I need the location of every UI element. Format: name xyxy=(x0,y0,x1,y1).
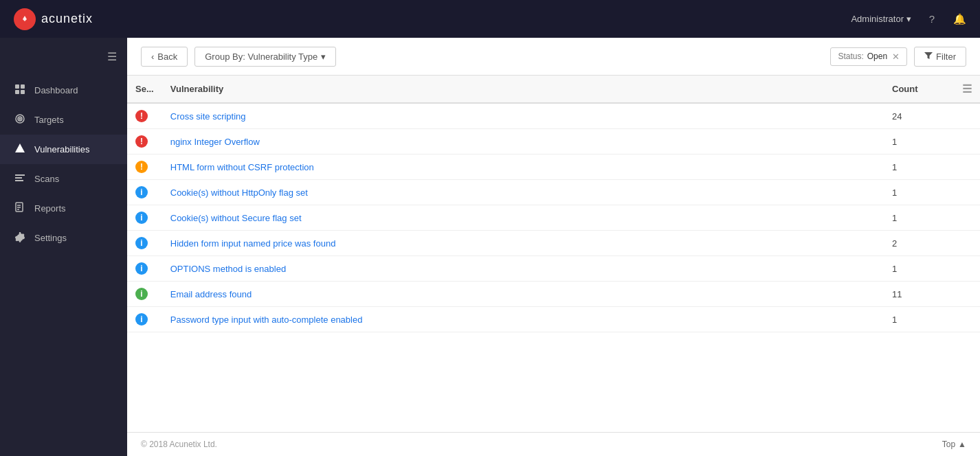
table-row[interactable]: i Cookie(s) without Secure flag set 1 xyxy=(127,205,980,231)
status-filter-badge: Status: Open ✕ xyxy=(830,47,907,66)
vulnerability-name-cell[interactable]: Cookie(s) without HttpOnly flag set xyxy=(162,180,884,205)
toolbar-left: ‹ Back Group By: Vulnerability Type ▾ xyxy=(141,47,336,67)
severity-icon: i xyxy=(135,313,148,326)
col-header-actions: ☰ xyxy=(953,76,980,103)
vulnerability-name-cell[interactable]: OPTIONS method is enabled xyxy=(162,256,884,282)
row-actions-cell xyxy=(953,282,980,307)
severity-icon: ! xyxy=(135,110,148,122)
svg-rect-12 xyxy=(15,180,23,181)
row-actions-cell xyxy=(953,180,980,205)
sidebar-item-label: Reports xyxy=(34,203,66,214)
row-actions-cell xyxy=(953,155,980,180)
logo-area: acunetix xyxy=(14,8,93,30)
notification-bell-icon[interactable]: 🔔 xyxy=(953,12,966,26)
copyright-text: © 2018 Acunetix Ltd. xyxy=(141,440,217,449)
sidebar-item-vulnerabilities[interactable]: Vulnerabilities xyxy=(0,135,127,164)
count-cell: 1 xyxy=(884,129,953,155)
sidebar-item-dashboard[interactable]: Dashboard xyxy=(0,76,127,105)
severity-icon: i xyxy=(135,262,148,275)
vulnerability-name-cell[interactable]: Cross site scripting xyxy=(162,103,884,129)
table-row[interactable]: ! Cross site scripting 24 xyxy=(127,103,980,129)
svg-rect-8 xyxy=(20,147,21,150)
sidebar-item-settings[interactable]: Settings xyxy=(0,223,127,253)
svg-rect-10 xyxy=(15,174,25,176)
col-header-severity: Se... xyxy=(127,76,162,103)
svg-point-9 xyxy=(19,150,21,152)
vulnerability-link[interactable]: OPTIONS method is enabled xyxy=(170,264,286,274)
svg-rect-3 xyxy=(21,90,25,94)
severity-cell: ! xyxy=(127,155,162,180)
sidebar-item-reports[interactable]: Reports xyxy=(0,194,127,223)
scroll-to-top-button[interactable]: Top ▲ xyxy=(942,440,966,449)
vulnerability-link[interactable]: HTML form without CSRF protection xyxy=(170,162,314,172)
table-row[interactable]: ! HTML form without CSRF protection 1 xyxy=(127,155,980,180)
count-cell: 24 xyxy=(884,103,953,129)
table-menu-icon[interactable]: ☰ xyxy=(962,83,972,95)
vulnerability-link[interactable]: Password type input with auto-complete e… xyxy=(170,315,363,325)
back-arrow-icon: ‹ xyxy=(151,52,154,62)
vulnerability-link[interactable]: Cross site scripting xyxy=(170,111,246,122)
group-by-button[interactable]: Group By: Vulnerability Type ▾ xyxy=(194,47,336,67)
svg-rect-1 xyxy=(21,84,25,89)
scans-icon xyxy=(14,172,26,185)
sidebar-item-label: Vulnerabilities xyxy=(34,144,89,155)
main-layout: ☰ Dashboard Targets xyxy=(0,38,980,456)
vulnerability-link[interactable]: nginx Integer Overflow xyxy=(170,137,260,147)
top-navigation: acunetix Administrator ▾ ? 🔔 xyxy=(0,0,980,38)
col-header-count[interactable]: Count xyxy=(884,76,953,103)
filter-button[interactable]: Filter xyxy=(914,47,966,67)
topnav-right: Administrator ▾ ? 🔔 xyxy=(851,12,966,26)
vulnerabilities-table: Se... Vulnerability Count ☰ xyxy=(127,76,980,332)
svg-point-6 xyxy=(19,118,21,119)
count-cell: 11 xyxy=(884,282,953,307)
sidebar-item-label: Scans xyxy=(34,174,59,184)
vulnerability-name-cell[interactable]: Cookie(s) without Secure flag set xyxy=(162,205,884,231)
status-filter-close-button[interactable]: ✕ xyxy=(892,52,900,62)
vulnerabilities-table-container[interactable]: Se... Vulnerability Count ☰ xyxy=(127,76,980,432)
severity-cell: i xyxy=(127,282,162,307)
vulnerability-link[interactable]: Email address found xyxy=(170,289,252,299)
table-row[interactable]: i Password type input with auto-complete… xyxy=(127,307,980,332)
vulnerability-name-cell[interactable]: Email address found xyxy=(162,282,884,307)
vulnerability-name-cell[interactable]: Password type input with auto-complete e… xyxy=(162,307,884,332)
severity-cell: i xyxy=(127,307,162,332)
severity-icon: ! xyxy=(135,161,148,173)
sidebar-item-scans[interactable]: Scans xyxy=(0,164,127,194)
severity-cell: i xyxy=(127,231,162,256)
table-row[interactable]: i Email address found 11 xyxy=(127,282,980,307)
vulnerability-name-cell[interactable]: nginx Integer Overflow xyxy=(162,129,884,155)
severity-cell: ! xyxy=(127,129,162,155)
vulnerability-name-cell[interactable]: Hidden form input named price was found xyxy=(162,231,884,256)
filter-icon xyxy=(924,52,933,62)
table-row[interactable]: i OPTIONS method is enabled 1 xyxy=(127,256,980,282)
count-cell: 1 xyxy=(884,307,953,332)
table-row[interactable]: ! nginx Integer Overflow 1 xyxy=(127,129,980,155)
row-actions-cell xyxy=(953,307,980,332)
severity-cell: i xyxy=(127,256,162,282)
logo-text: acunetix xyxy=(41,12,93,26)
severity-cell: i xyxy=(127,205,162,231)
sidebar-item-targets[interactable]: Targets xyxy=(0,105,127,135)
sidebar-item-label: Dashboard xyxy=(34,85,78,95)
back-button[interactable]: ‹ Back xyxy=(141,47,188,67)
admin-dropdown-button[interactable]: Administrator ▾ xyxy=(851,14,911,24)
sidebar-toggle-button[interactable]: ☰ xyxy=(0,45,127,69)
vulnerability-link[interactable]: Hidden form input named price was found xyxy=(170,238,336,249)
vulnerability-link[interactable]: Cookie(s) without HttpOnly flag set xyxy=(170,187,308,198)
vulnerability-name-cell[interactable]: HTML form without CSRF protection xyxy=(162,155,884,180)
table-row[interactable]: i Cookie(s) without HttpOnly flag set 1 xyxy=(127,180,980,205)
count-cell: 1 xyxy=(884,205,953,231)
row-actions-cell xyxy=(953,256,980,282)
help-icon[interactable]: ? xyxy=(925,12,939,26)
targets-icon xyxy=(14,113,26,126)
table-row[interactable]: i Hidden form input named price was foun… xyxy=(127,231,980,256)
settings-icon xyxy=(14,231,26,244)
dashboard-icon xyxy=(14,84,26,97)
severity-cell: ! xyxy=(127,103,162,129)
sidebar: ☰ Dashboard Targets xyxy=(0,38,127,456)
page-footer: © 2018 Acunetix Ltd. Top ▲ xyxy=(127,432,980,456)
sidebar-item-label: Targets xyxy=(34,115,64,125)
vulnerability-link[interactable]: Cookie(s) without Secure flag set xyxy=(170,213,302,223)
row-actions-cell xyxy=(953,103,980,129)
col-header-vulnerability[interactable]: Vulnerability xyxy=(162,76,884,103)
